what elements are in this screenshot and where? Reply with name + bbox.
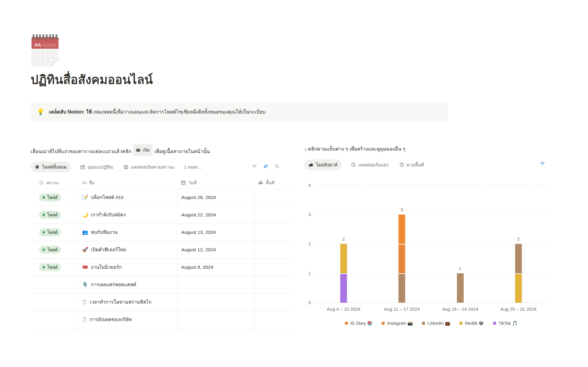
row-title: บล็อกโพสต์ #10 <box>91 193 123 201</box>
legend-item-instagram: Instagram 📸 <box>382 321 413 326</box>
column-header-0[interactable]: สถานะ <box>31 179 78 186</box>
open-button-badge[interactable]: เปิด <box>133 144 153 156</box>
table-row[interactable]: โพสต์🌙เรากำลังรับสมัครAugust 22, 2024 <box>31 206 291 224</box>
legend-swatch <box>493 322 496 325</box>
search-icon[interactable] <box>274 164 279 169</box>
area-cell[interactable] <box>254 206 291 223</box>
view-tab-inactive[interactable]: แพลตฟอร์มแยก <box>350 159 390 170</box>
bar-segment-instagram <box>398 244 405 273</box>
table-row[interactable]: โพสต์🚀เปิดตัวฟีเจอร์ใหม่August 12, 2024 <box>31 241 291 259</box>
bar-segment-linkedin <box>398 273 405 303</box>
name-cell[interactable]: 🎙️การเผยแพร่พอดแคสต์ <box>78 276 177 293</box>
weekly-stacked-bar-chart: 012342312 Aug 4 – 10 2024Aug 11 – 17 202… <box>304 185 563 326</box>
calendar-page-curl <box>49 58 58 67</box>
name-cell[interactable]: 👥พบกับทีมงาน <box>78 224 177 241</box>
status-cell[interactable]: โพสต์ <box>31 206 78 223</box>
page-title[interactable]: ปฏิทินสื่อสังคมออนไลน์ <box>31 70 153 89</box>
date-cell[interactable] <box>177 311 254 328</box>
column-header-2[interactable]: วันที่ <box>177 179 254 186</box>
view-toolbar <box>540 161 545 166</box>
y-axis-tick-label: 4 <box>303 183 311 188</box>
status-cell[interactable] <box>31 311 78 328</box>
y-axis-tick-label: 2 <box>303 242 311 246</box>
area-cell[interactable] <box>254 224 291 241</box>
date-cell[interactable] <box>177 276 254 293</box>
status-badge: โพสต์ <box>39 228 61 236</box>
callout-bold-text: เคล็ดลับ Notion: ใช้ <box>49 109 92 114</box>
status-cell[interactable]: โพสต์ <box>31 224 78 241</box>
view-tab-inactive[interactable]: ตามพื้นที่ <box>398 159 425 170</box>
date-cell[interactable]: August 12, 2024 <box>177 241 254 258</box>
people-icon <box>258 180 263 185</box>
area-cell[interactable] <box>254 189 291 206</box>
more-views-button[interactable]: 1 more... <box>184 165 202 170</box>
name-cell[interactable]: 🎟️งานในนิวยอร์ก <box>78 259 177 276</box>
date-cell[interactable]: August 13, 2024 <box>177 224 254 241</box>
view-tab-active[interactable]: โพสต์ทั้งหมด <box>31 162 71 172</box>
area-cell[interactable] <box>254 311 291 328</box>
filter-icon[interactable] <box>540 161 545 166</box>
page-link: เวลาทำการในซานฟรานซิสโก <box>82 298 152 306</box>
table-row[interactable]: โพสต์🎟️งานในนิวยอร์กAugust 8, 2024 <box>31 259 291 276</box>
side-peek-icon <box>136 148 141 152</box>
name-cell[interactable]: 🚀เปิดตัวฟีเจอร์ใหม่ <box>78 241 177 258</box>
status-dot-icon <box>43 266 45 268</box>
name-cell[interactable]: เวลาทำการในซานฟรานซิสโก <box>78 294 177 311</box>
page-link: 🎟️งานในนิวยอร์ก <box>82 263 122 271</box>
callout-regular-text: เทมเพลตนี้เพื่อวางแผนและจัดการโพสต์โซเชี… <box>93 109 266 114</box>
asterisk-icon <box>35 165 40 169</box>
x-axis-category-label: Aug 18 – 24 2024 <box>431 306 489 312</box>
view-tab-inactive[interactable]: มุมมองปฏิทิน <box>79 162 114 172</box>
sort-icon[interactable] <box>263 164 268 169</box>
row-emoji-icon: 👥 <box>82 229 88 235</box>
date-cell[interactable]: August 8, 2024 <box>177 259 254 276</box>
page-emoji-calendar-icon[interactable]: JUL <box>32 34 58 67</box>
area-cell[interactable] <box>254 276 291 293</box>
area-cell[interactable] <box>254 259 291 276</box>
bar-total-label: 2 <box>512 237 525 242</box>
chart-gridline <box>315 185 548 185</box>
table-row[interactable]: 🎙️การเผยแพร่พอดแคสต์ <box>31 276 291 294</box>
stacked-bar <box>457 273 464 303</box>
row-title: การเผยแพร่พอดแคสต์ <box>91 281 136 288</box>
posts-table: สถานะAaชื่อวันที่พื้นที่ โพสต์📝บล็อกโพสต… <box>31 177 291 328</box>
column-header-label: พื้นที่ <box>266 179 274 186</box>
name-cell[interactable]: การอัปเดตของบริษัท <box>78 311 177 328</box>
table-row[interactable]: โพสต์👥พบกับทีมงานAugust 13, 2024 <box>31 224 291 241</box>
status-cell[interactable] <box>31 294 78 311</box>
row-emoji-icon: 🎙️ <box>82 282 88 287</box>
name-cell[interactable]: 📝บล็อกโพสต์ #10 <box>78 189 177 206</box>
column-header-1[interactable]: Aaชื่อ <box>78 179 177 186</box>
date-cell[interactable]: August 22, 2024 <box>177 206 254 223</box>
status-cell[interactable]: โพสต์ <box>31 189 78 206</box>
legend-swatch <box>422 322 425 325</box>
area-cell[interactable] <box>254 241 291 258</box>
table-row[interactable]: โพสต์📝บล็อกโพสต์ #10August 28, 2024 <box>31 189 291 206</box>
y-axis-tick-label: 1 <box>303 271 311 276</box>
status-cell[interactable] <box>31 276 78 293</box>
date-cell[interactable]: August 28, 2024 <box>177 189 254 206</box>
status-icon <box>39 180 44 185</box>
table-row[interactable]: การอัปเดตของบริษัท <box>31 311 291 328</box>
row-emoji-icon: 📝 <box>82 194 88 200</box>
table-view-tabs: โพสต์ทั้งหมดมุมมองปฏิทินแพลตฟอร์มตามสถาน… <box>31 162 291 173</box>
status-cell[interactable]: โพสต์ <box>31 241 78 258</box>
status-cell[interactable]: โพสต์ <box>31 259 78 276</box>
lightbulb-emoji-icon: 💡 <box>37 108 44 115</box>
view-tab-inactive[interactable]: แพลตฟอร์มตามสถานะ <box>122 162 176 172</box>
column-header-label: ชื่อ <box>89 179 95 186</box>
area-cell[interactable] <box>254 294 291 311</box>
x-axis-category-label: Aug 4 – 10 2024 <box>315 306 373 312</box>
date-cell[interactable] <box>177 294 254 311</box>
column-header-3[interactable]: พื้นที่ <box>254 179 291 186</box>
row-emoji-icon: 🚀 <box>82 247 88 253</box>
bar-total-label: 1 <box>454 266 466 271</box>
bar-segment-ig-story <box>398 215 405 244</box>
name-cell[interactable]: 🌙เรากำลังรับสมัคร <box>78 206 177 223</box>
filter-icon[interactable] <box>252 164 257 169</box>
view-tab-active[interactable]: โดยสัปดาห์ <box>304 159 342 170</box>
page-link: 🎙️การเผยแพร่พอดแคสต์ <box>82 281 136 288</box>
pie-chart-icon <box>351 162 356 167</box>
table-row[interactable]: เวลาทำการในซานฟรานซิสโก <box>31 294 291 311</box>
legend-swatch <box>459 322 462 325</box>
